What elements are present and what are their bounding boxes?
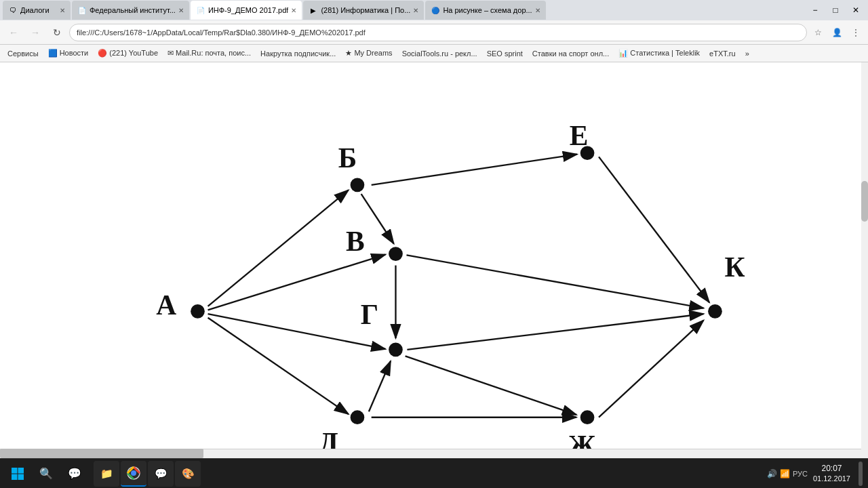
browser-window: 🗨 Диалоги ✕ 📄 Федеральный институт... ✕ … [0, 0, 868, 488]
taskbar-app-chrome[interactable] [121, 461, 146, 487]
settings-icon[interactable]: ⋮ [848, 24, 864, 41]
forward-button[interactable]: → [26, 23, 45, 42]
tab-schema[interactable]: 🔵 На рисунке – схема дор... ✕ [425, 1, 545, 20]
label-k: К [725, 251, 745, 283]
tab-label-schema: На рисунке – схема дор... [443, 6, 532, 14]
label-b: Б [338, 142, 357, 174]
edge-a-g [208, 314, 386, 349]
edge-a-v [208, 255, 386, 310]
tab-close-youtube[interactable]: ✕ [413, 7, 418, 14]
tab-close-pdf[interactable]: ✕ [291, 7, 296, 14]
reload-button[interactable]: ↻ [47, 23, 66, 42]
tab-close-schema[interactable]: ✕ [535, 7, 540, 14]
taskbar-right: 🔊 📶 РУС 20:07 01.12.2017 [767, 462, 863, 486]
bookmark-more[interactable]: » [742, 48, 753, 59]
tab-pdf[interactable]: 📄 ИНФ-9_ДЕМО 2017.pdf ✕ [191, 1, 302, 20]
scrollbar-thumb-vertical[interactable] [861, 181, 868, 222]
bookmark-star-icon[interactable]: ☆ [810, 24, 826, 41]
search-taskbar-button[interactable]: 🔍 [34, 462, 58, 486]
bookmark-seo[interactable]: SEO sprint [484, 48, 526, 59]
network-icon[interactable]: 📶 [780, 469, 790, 479]
scrollbar-vertical[interactable] [861, 62, 868, 458]
taskbar-apps: 📁 💬 🎨 [94, 461, 201, 487]
edge-b-e [372, 155, 577, 185]
taskbar-app-explorer[interactable]: 📁 [94, 461, 119, 487]
chrome-icon [127, 466, 140, 480]
bookmark-socialtools[interactable]: SocialTools.ru - рекл... [399, 48, 481, 59]
address-text: file:///C:/Users/1678~1/AppData/Local/Te… [77, 28, 800, 37]
edge-a-d [208, 318, 349, 414]
tab-label-dialogi: Диалоги [20, 6, 57, 14]
bookmark-youtube[interactable]: 🔴 (221) YouTube [94, 47, 161, 59]
navigation-bar: ← → ↻ file:///C:/Users/1678~1/AppData/Lo… [0, 20, 868, 45]
edge-g-zh [406, 356, 576, 415]
svg-rect-2 [18, 468, 24, 474]
bookmark-mail[interactable]: ✉ Mail.Ru: почта, поис... [164, 47, 254, 59]
tab-icon-dialogi: 🗨 [8, 5, 18, 15]
tab-icon-schema: 🔵 [431, 5, 440, 15]
node-k-dot [708, 304, 722, 319]
edge-v-k [406, 255, 703, 308]
profile-icon[interactable]: 👤 [829, 24, 845, 41]
close-button[interactable]: ✕ [846, 3, 865, 17]
taskbar-clock[interactable]: 20:07 01.12.2017 [813, 464, 850, 484]
tab-label-federal: Федеральный институт... [90, 6, 176, 14]
tab-close-dialogi[interactable]: ✕ [60, 7, 65, 14]
start-button[interactable] [5, 462, 30, 486]
show-desktop-button[interactable] [859, 462, 863, 486]
bookmark-nakrutka[interactable]: Накрутка подписчик... [257, 48, 339, 59]
edge-g-k [407, 314, 703, 350]
node-zh-dot [580, 410, 595, 424]
svg-rect-4 [18, 474, 24, 480]
tab-youtube[interactable]: ▶ (281) Информатика | По... ✕ [303, 1, 424, 20]
language-label[interactable]: РУС [793, 470, 808, 478]
speaker-icon[interactable]: 🔊 [767, 469, 777, 479]
bookmark-servisy[interactable]: Сервисы [4, 48, 42, 59]
clock-date: 01.12.2017 [813, 474, 850, 483]
bookmark-stavki[interactable]: Ставки на спорт онл... [529, 48, 612, 59]
tab-label-pdf: ИНФ-9_ДЕМО 2017.pdf [208, 6, 289, 14]
title-bar: 🗨 Диалоги ✕ 📄 Федеральный институт... ✕ … [0, 0, 868, 20]
taskbar-system-icons: 🔊 📶 РУС [767, 469, 808, 479]
node-v-dot [389, 247, 403, 261]
svg-point-6 [131, 470, 136, 476]
tab-federal[interactable]: 📄 Федеральный институт... ✕ [72, 1, 189, 20]
address-bar[interactable]: file:///C:/Users/1678~1/AppData/Local/Te… [69, 24, 807, 41]
nav-icons: ☆ 👤 ⋮ [810, 24, 864, 41]
edge-b-v [361, 194, 394, 243]
window-controls: − □ ✕ [806, 3, 865, 17]
label-a: А [156, 289, 176, 321]
graph-svg: А Б В Г Е К Д Ж [0, 62, 868, 458]
pdf-page: А Б В Г Е К Д Ж [0, 62, 868, 458]
label-e: Е [570, 120, 589, 151]
svg-rect-3 [12, 474, 18, 480]
edge-e-k [599, 157, 709, 302]
label-v: В [346, 226, 365, 257]
node-g-dot [389, 343, 403, 357]
tab-icon-youtube: ▶ [309, 5, 318, 15]
taskbar-app-skype[interactable]: 💬 [148, 461, 174, 487]
svg-rect-1 [12, 468, 18, 474]
back-button[interactable]: ← [4, 23, 23, 42]
windows-logo-icon [11, 467, 24, 481]
edge-d-g [369, 361, 391, 411]
taskbar-app-other[interactable]: 🎨 [175, 461, 201, 487]
maximize-button[interactable]: □ [826, 3, 845, 17]
cortana-taskbar-button[interactable]: 💬 [62, 462, 87, 486]
tab-label-youtube: (281) Информатика | По... [321, 6, 410, 14]
bookmark-novosti[interactable]: 🟦 Новости [45, 47, 92, 59]
tab-dialogi[interactable]: 🗨 Диалоги ✕ [3, 1, 71, 20]
bookmark-statistika[interactable]: 📊 Статистика | Teleklik [615, 47, 703, 59]
bookmark-dreams[interactable]: ★ My Dreams [342, 47, 395, 59]
clock-time: 20:07 [813, 464, 850, 474]
content-area: А Б В Г Е К Д Ж [0, 62, 868, 458]
bookmark-etxt[interactable]: eTXT.ru [706, 48, 739, 59]
tab-icon-federal: 📄 [77, 5, 87, 15]
bookmarks-bar: Сервисы 🟦 Новости 🔴 (221) YouTube ✉ Mail… [0, 45, 868, 62]
scrollbar-horizontal[interactable] [0, 449, 861, 458]
node-a-dot [191, 304, 205, 319]
minimize-button[interactable]: − [806, 3, 825, 17]
scrollbar-thumb-horizontal[interactable] [0, 449, 203, 458]
tab-close-federal[interactable]: ✕ [178, 7, 184, 14]
tab-icon-pdf: 📄 [196, 5, 205, 15]
